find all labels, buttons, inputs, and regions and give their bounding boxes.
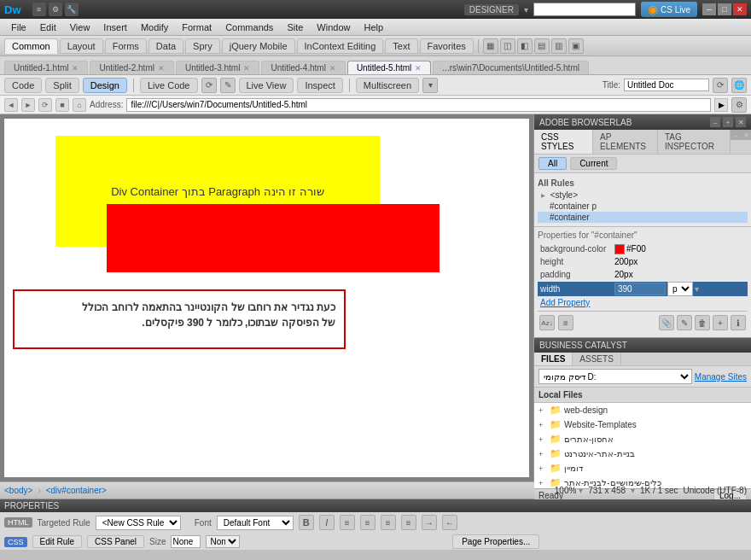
menu-commands[interactable]: Commands — [218, 20, 280, 34]
maximize-button[interactable]: □ — [718, 3, 731, 15]
targeted-rule-select[interactable]: <New CSS Rule> — [96, 516, 181, 530]
multiscreen-icon[interactable]: ▾ — [422, 78, 438, 93]
indent-icon[interactable]: → — [422, 515, 437, 530]
refresh-icon[interactable]: ⟳ — [713, 78, 728, 93]
code-button[interactable]: Code — [4, 78, 42, 93]
size-unit-select[interactable]: None px — [206, 535, 240, 548]
rule-container[interactable]: #container — [538, 212, 748, 223]
files-tab[interactable]: FILES — [534, 353, 573, 365]
drive-select[interactable]: דיסק מקומי D: — [539, 369, 692, 384]
css-info-icon[interactable]: ℹ — [731, 315, 746, 330]
toolbar-tab-common[interactable]: Common — [4, 38, 58, 54]
menu-modify[interactable]: Modify — [134, 20, 175, 34]
dropdown-arrow-icon[interactable]: ▾ — [524, 5, 528, 15]
doc-tab-3-close[interactable]: ✕ — [243, 64, 250, 73]
panel-expand-icon[interactable]: + — [723, 117, 733, 127]
live-code-icon2[interactable]: ✎ — [220, 78, 236, 93]
body-tag[interactable]: <body> — [4, 486, 32, 495]
file-item-3[interactable]: + 📁 אחסון-אתרים — [534, 432, 751, 446]
toolbar-tab-jquery[interactable]: jQuery Mobile — [222, 38, 295, 54]
css-panel-button[interactable]: CSS Panel — [87, 535, 144, 548]
doc-tab-5[interactable]: Untitled-5.html ✕ — [347, 61, 431, 74]
align-left-icon[interactable]: ≡ — [340, 515, 355, 530]
prop-width[interactable]: width px % em ▾ — [538, 282, 748, 296]
manage-sites-link[interactable]: Manage Sites — [695, 372, 747, 382]
settings-icon[interactable]: ⚙ — [49, 3, 62, 16]
align-justify-icon[interactable]: ≡ — [401, 515, 416, 530]
add-property-label[interactable]: Add Property — [538, 296, 592, 309]
toolbar-icon-4[interactable]: ▤ — [534, 38, 550, 54]
panel-collapse-icon[interactable]: – — [710, 117, 720, 127]
menu-view[interactable]: View — [63, 20, 97, 34]
back-button[interactable]: ◄ — [4, 98, 18, 112]
div-container-tag[interactable]: <div#container> — [46, 486, 107, 495]
doc-tab-5-close[interactable]: ✕ — [415, 64, 422, 73]
add-property-link[interactable]: Add Property — [538, 298, 748, 307]
menu-insert[interactable]: Insert — [96, 20, 134, 34]
toolbar-icon-1[interactable]: ▦ — [483, 38, 498, 54]
toolbar-tab-forms[interactable]: Forms — [105, 38, 147, 54]
home-button[interactable]: ⌂ — [73, 98, 86, 112]
menu-window[interactable]: Window — [310, 20, 357, 34]
size-input[interactable] — [171, 535, 201, 548]
prop-width-input[interactable] — [614, 283, 666, 295]
font-select[interactable]: Default Font — [217, 516, 294, 530]
address-go-button[interactable]: ▶ — [714, 98, 728, 112]
minimize-button[interactable]: ─ — [702, 3, 716, 15]
doc-tab-path[interactable]: ...rs\win7\Documents\Untitled-5.html — [433, 61, 589, 74]
page-properties-button[interactable]: Page Properties... — [452, 534, 539, 549]
file-item-1[interactable]: + 📁 web-design — [534, 403, 751, 417]
toolbar-icon-3[interactable]: ◧ — [517, 38, 533, 54]
rule-container-p[interactable]: #container p — [538, 201, 748, 212]
ap-elements-tab[interactable]: AP ELEMENTS — [593, 130, 658, 154]
close-button[interactable]: ✕ — [733, 3, 747, 15]
css-edit-icon[interactable]: ✎ — [677, 315, 692, 330]
menu-site[interactable]: Site — [280, 20, 310, 34]
dimensions-dropdown-icon[interactable]: ▾ — [631, 486, 635, 495]
doc-tab-2-close[interactable]: ✕ — [158, 64, 165, 73]
toolbar-tab-favorites[interactable]: Favorites — [420, 38, 474, 54]
align-right-icon[interactable]: ≡ — [381, 515, 396, 530]
menu-format[interactable]: Format — [175, 20, 218, 34]
toolbar-tab-data[interactable]: Data — [148, 38, 183, 54]
tools-icon[interactable]: 🔧 — [65, 3, 79, 16]
doc-tab-4-close[interactable]: ✕ — [329, 64, 336, 73]
toolbar-tab-text[interactable]: Text — [385, 38, 417, 54]
file-item-4[interactable]: + 📁 בניית-אתר-אינטרנט — [534, 446, 751, 461]
css-icon-list[interactable]: ≡ — [558, 315, 573, 330]
live-code-icon[interactable]: ⟳ — [201, 78, 217, 93]
toolbar-icon-2[interactable]: ◫ — [500, 38, 515, 54]
prop-width-unit[interactable]: px % em — [667, 282, 693, 296]
dw-menu-icon[interactable]: ≡ — [32, 3, 46, 16]
toolbar-icon-6[interactable]: ▣ — [568, 38, 584, 54]
doc-tab-1-close[interactable]: ✕ — [72, 64, 79, 73]
assets-tab[interactable]: ASSETS — [573, 353, 620, 365]
css-delete-icon[interactable]: 🗑 — [695, 315, 710, 330]
multiscreen-button[interactable]: Multiscreen — [356, 78, 419, 93]
css-subtab-current[interactable]: Current — [570, 157, 617, 170]
italic-icon[interactable]: I — [319, 515, 335, 530]
bold-icon[interactable]: B — [299, 515, 314, 530]
zoom-dropdown-icon[interactable]: ▾ — [579, 486, 583, 495]
tag-inspector-tab[interactable]: TAG INSPECTOR — [658, 130, 731, 154]
file-item-2[interactable]: + 📁 Website-Templates — [534, 417, 751, 432]
doc-tab-2[interactable]: Untitled-2.html ✕ — [90, 61, 173, 74]
forward-button[interactable]: ► — [21, 98, 35, 112]
cs-live-button[interactable]: ◉ CS Live — [641, 2, 697, 17]
doc-tab-1[interactable]: Untitled-1.html ✕ — [4, 61, 88, 74]
split-button[interactable]: Split — [45, 78, 79, 93]
css-styles-tab[interactable]: CSS STYLES — [534, 130, 593, 154]
doc-tab-4[interactable]: Untitled-4.html ✕ — [261, 61, 345, 74]
css-new-rule-icon[interactable]: 📎 — [659, 315, 674, 330]
globe-icon[interactable]: 🌐 — [731, 78, 747, 93]
toolbar-tab-incontext[interactable]: InContext Editing — [297, 38, 384, 54]
live-view-button[interactable]: Live View — [239, 78, 294, 93]
menu-file[interactable]: File — [4, 20, 33, 34]
css-attach-icon[interactable]: + — [713, 315, 728, 330]
css-subtab-all[interactable]: All — [539, 157, 567, 170]
edit-rule-button[interactable]: Edit Rule — [32, 535, 83, 548]
align-center-icon[interactable]: ≡ — [360, 515, 376, 530]
address-input[interactable] — [126, 98, 711, 112]
outdent-icon[interactable]: ← — [442, 515, 457, 530]
inspect-button[interactable]: Inspect — [297, 78, 342, 93]
